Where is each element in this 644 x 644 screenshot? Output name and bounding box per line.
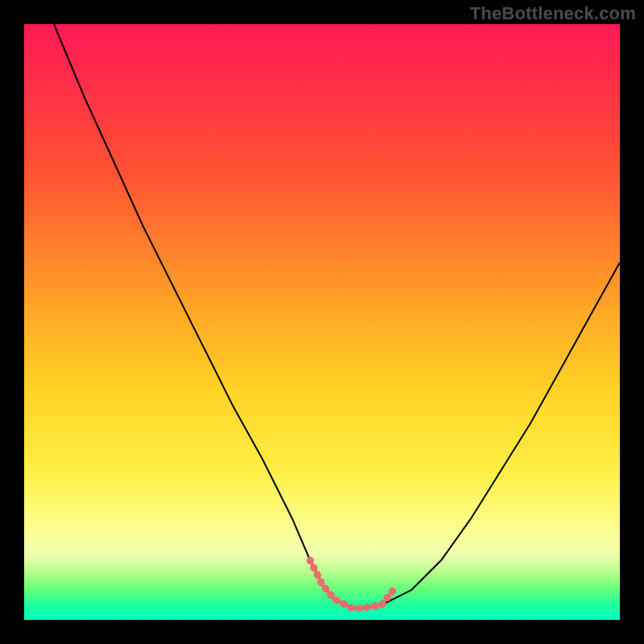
chart-container: TheBottleneck.com xyxy=(0,0,644,644)
curve-line xyxy=(54,24,620,608)
chart-svg xyxy=(24,24,620,620)
highlight-segment xyxy=(310,560,394,608)
watermark-text: TheBottleneck.com xyxy=(470,3,636,24)
plot-area xyxy=(24,24,620,620)
